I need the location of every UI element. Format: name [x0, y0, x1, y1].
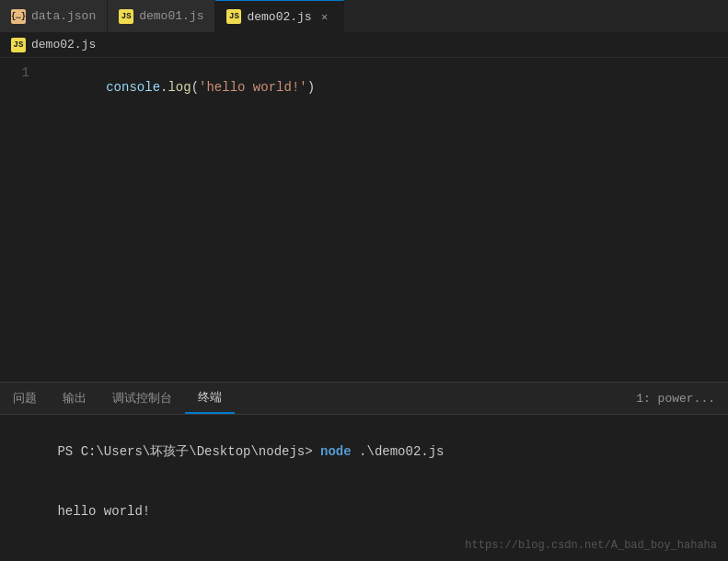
terminal-line-1: PS C:\Users\坏孩子\Desktop\nodejs> node .\d…: [11, 422, 717, 482]
code-console: console: [106, 80, 160, 95]
line-number-1: 1: [7, 65, 44, 80]
panel-area: 问题 输出 调试控制台 终端 1: power... PS C:\Users\坏…: [0, 382, 728, 561]
term-output-1: hello world!: [57, 504, 150, 519]
breadcrumb-js-icon: JS: [11, 38, 26, 52]
tab-close-demo02[interactable]: ✕: [318, 9, 332, 24]
term-arg-1: .\demo02.js: [359, 444, 444, 459]
editor-area: 1 console.log('hello world!'): [0, 58, 728, 382]
code-line-1: 1 console.log('hello world!'): [0, 65, 728, 86]
tab-label-data-json: data.json: [31, 9, 96, 23]
panel-tab-debug[interactable]: 调试控制台: [99, 383, 185, 414]
term-prompt-1: PS C:\Users\坏孩子\Desktop\nodejs>: [57, 444, 320, 459]
code-string: 'hello world!': [199, 80, 307, 95]
tab-demo01-js[interactable]: JS demo01.js: [108, 0, 215, 32]
panel-tab-problems[interactable]: 问题: [0, 383, 50, 414]
watermark: https://blog.csdn.net/A_bad_boy_hahaha: [465, 537, 717, 554]
tab-data-json[interactable]: {…} data.json: [0, 0, 108, 32]
terminal-line-2: hello world!: [11, 482, 717, 542]
term-cmd-1: node: [320, 444, 359, 459]
panel-tab-output[interactable]: 输出: [50, 383, 99, 414]
tab-label-demo02-js: demo02.js: [247, 10, 311, 24]
panel-tab-right: 1: power...: [623, 383, 728, 414]
breadcrumb-label: demo02.js: [31, 38, 96, 52]
panel-tab-bar: 问题 输出 调试控制台 终端 1: power...: [0, 383, 728, 415]
js-icon-demo01: JS: [119, 9, 133, 24]
terminal-content[interactable]: PS C:\Users\坏孩子\Desktop\nodejs> node .\d…: [0, 415, 728, 561]
breadcrumb: JS demo02.js: [0, 32, 728, 58]
code-text-1: console.log('hello world!'): [44, 65, 315, 109]
tab-label-demo01-js: demo01.js: [139, 9, 203, 23]
panel-tab-terminal[interactable]: 终端: [185, 383, 235, 414]
js-icon-demo02: JS: [226, 9, 241, 24]
tab-bar: {…} data.json JS demo01.js JS demo02.js …: [0, 0, 728, 32]
json-icon: {…}: [11, 9, 26, 24]
editor-content[interactable]: 1 console.log('hello world!'): [0, 58, 728, 382]
panel-tab-group: 问题 输出 调试控制台 终端: [0, 383, 235, 414]
code-log: log: [168, 80, 191, 95]
tab-demo02-js[interactable]: JS demo02.js ✕: [215, 0, 343, 32]
